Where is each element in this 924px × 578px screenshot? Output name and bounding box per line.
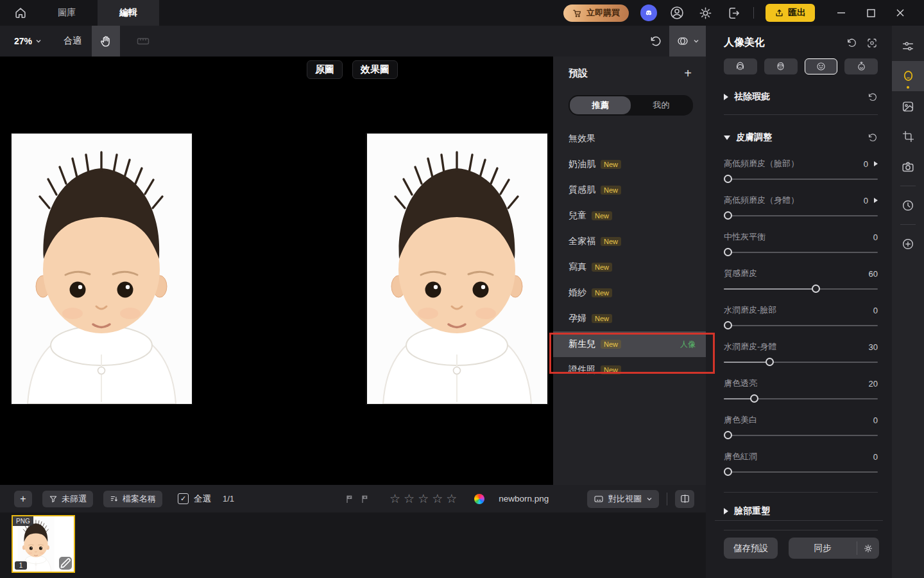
preset-tab-switch: 推薦我的 [569,95,693,116]
blemish-reset-button[interactable] [867,92,878,103]
compare-view-dropdown[interactable]: 對比視圖 [587,490,659,508]
slider-track[interactable] [724,248,878,257]
slider-track[interactable] [724,358,878,367]
slider-knob[interactable] [724,248,732,256]
slider-knob[interactable] [766,358,774,366]
portrait-tool-button[interactable] [892,61,924,91]
zoom-level-dropdown[interactable]: 27% [14,36,42,46]
slider-knob[interactable] [750,394,758,403]
color-label-button[interactable] [474,494,484,504]
preset-item[interactable]: 孕婦 New [553,306,706,331]
crop-tool-button[interactable] [892,121,924,152]
preset-item[interactable]: 寫真 New [553,254,706,280]
face-type-woman-button[interactable] [724,58,757,74]
flag-buttons [345,494,370,504]
add-preset-button[interactable]: + [684,67,692,80]
slider-track[interactable] [724,468,878,477]
preset-tab[interactable]: 我的 [631,96,692,114]
split-view-button[interactable] [675,490,694,508]
slider-track[interactable] [724,321,878,330]
preset-item[interactable]: 證件照 New [553,357,706,383]
preset-tab[interactable]: 推薦 [570,96,631,114]
history-tool-button[interactable] [892,190,924,220]
canvas[interactable]: 原圖 效果圖 [0,57,553,485]
slider-row: 質感磨皮 60 [724,268,878,293]
slider-knob[interactable] [724,468,732,476]
minimize-button[interactable] [826,0,856,26]
adjustments-tool-button[interactable] [892,31,924,61]
skin-reset-button[interactable] [867,132,878,143]
panel-reset-button[interactable] [846,37,857,49]
flag-pick-icon[interactable] [345,494,355,504]
settings-button[interactable] [697,4,714,21]
section-face-reshape[interactable]: 臉部重塑 [724,505,878,517]
account-button[interactable] [669,4,685,21]
export-button[interactable]: 匯出 [766,4,815,22]
slider-knob[interactable] [724,321,732,329]
home-button[interactable] [5,0,36,26]
preset-item[interactable]: 奶油肌 New [553,152,706,177]
preset-item[interactable]: 婚紗 New [553,280,706,306]
pencil-icon [59,557,72,570]
save-preset-button[interactable]: 儲存預設 [724,538,778,559]
face-detect-button[interactable] [866,37,878,49]
effect-view-label[interactable]: 效果圖 [352,60,398,79]
filter-button[interactable]: 未篩選 [42,491,93,507]
tab-edit[interactable]: 編輯 [98,0,159,26]
slider-knob[interactable] [724,431,732,439]
face-type-man-button[interactable] [764,58,798,74]
preset-item[interactable]: 質感肌 New [553,177,706,203]
image-adjust-tool-button[interactable] [892,91,924,121]
thumbnail-newborn[interactable]: PNG 1 [12,515,75,573]
section-blemish-removal[interactable]: 祛除瑕疵 [724,91,878,103]
sync-settings-button[interactable] [857,538,879,559]
tab-gallery[interactable]: 圖庫 [36,0,98,26]
face-type-child-button[interactable] [805,58,838,74]
original-view-label[interactable]: 原圖 [307,60,343,79]
preset-item[interactable]: 無效果 [553,126,706,152]
window-controls [826,0,915,26]
slider-knob[interactable] [724,211,732,220]
star-rating[interactable]: ☆☆☆☆☆ [389,493,460,505]
fit-to-screen-button[interactable]: 合適 [64,35,81,47]
slider-knob[interactable] [724,175,732,183]
man-face-icon [774,60,787,73]
preset-item[interactable]: 新生兒 New 人像 [553,331,706,357]
slider-knob[interactable] [812,285,820,293]
slider-row: 膚色美白 0 [724,414,878,440]
slider-track[interactable] [724,394,878,403]
slider-expand-arrow[interactable] [874,198,878,203]
face-type-baby-button[interactable] [844,58,878,74]
face-scan-icon [866,37,878,49]
preset-item[interactable]: 兒童 New [553,203,706,229]
undo-button[interactable] [641,26,669,57]
sync-button[interactable]: 同步 [789,538,857,559]
compare-mode-button[interactable] [669,26,706,57]
add-tool-button[interactable] [892,229,924,259]
portrait-beauty-panel: 人像美化 [706,26,892,578]
original-photo[interactable] [12,134,192,404]
section-skin-adjust[interactable]: 皮膚調整 [724,132,878,143]
quit-button[interactable] [725,4,742,21]
slider-track[interactable] [724,175,878,184]
slider-track[interactable] [724,211,878,220]
hand-tool-button[interactable] [92,26,120,57]
effect-photo[interactable] [366,134,548,404]
buy-now-button[interactable]: 立即購買 [563,4,629,22]
camera-tool-button[interactable] [892,152,924,182]
slider-track[interactable] [724,431,878,440]
thumb-edit-button[interactable] [59,557,72,570]
add-file-button[interactable]: + [14,491,32,507]
discord-button[interactable] [640,4,657,21]
active-dot [907,86,909,89]
maximize-button[interactable] [856,0,886,26]
sort-button[interactable]: 檔案名稱 [103,491,162,507]
slider-track[interactable] [724,285,878,293]
flag-reject-icon[interactable] [360,494,370,504]
select-all-checkbox[interactable]: ✓ [178,493,189,504]
reset-icon [846,37,857,49]
reset-icon [867,132,878,143]
slider-expand-arrow[interactable] [874,161,878,166]
close-button[interactable] [886,0,915,26]
preset-item[interactable]: 全家福 New [553,229,706,254]
